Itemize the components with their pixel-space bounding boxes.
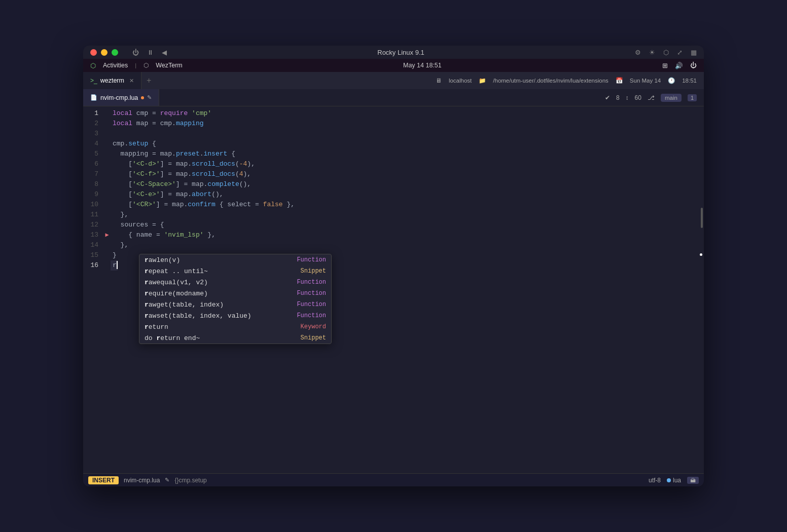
line-number-5: 5 [85, 149, 103, 159]
line-number-7: 7 [85, 169, 103, 179]
sys-icon3[interactable]: ⏻ [690, 62, 697, 69]
clock-icon: 🕐 [668, 77, 675, 84]
line-number-12: 12 [85, 220, 103, 230]
wezterm-menu[interactable]: WezTerm [156, 62, 183, 69]
code-line-1: 1 local cmp = require 'cmp' [83, 108, 704, 119]
traffic-lights [90, 49, 118, 56]
ac-label-repeat: repeat .. until~ [145, 268, 296, 275]
statusbar: INSERT nvim-cmp.lua ✎ {}cmp.setup utf-8 … [83, 473, 704, 486]
ac-type-do-return: Snippet [301, 334, 326, 341]
git-commits-count: 60 [635, 94, 641, 101]
code-line-3: 3 [83, 129, 704, 139]
ac-type-return: Keyword [301, 323, 326, 330]
line-number-13: 13 [85, 230, 103, 240]
power-icon[interactable]: ⏻ [132, 49, 139, 56]
line-number-16: 16 [85, 260, 103, 271]
activity-bar: ⬡ Activities | ⬡ WezTerm May 14 18:51 ⊞ … [83, 59, 704, 72]
back-icon[interactable]: ◀ [162, 49, 167, 56]
ac-item-repeat[interactable]: repeat .. until~ Snippet [139, 265, 331, 277]
ac-label-require: require(modname) [145, 290, 292, 297]
filetab-bar: 📄 nvim-cmp.lua ✎ ✔ 8 ↕ 60 ⎇ main 1 [83, 89, 704, 106]
macos-menubar: ⏻ ⏸ ◀ Rocky Linux 9.1 ⚙ ☀ ⬡ ⤢ ▦ [83, 46, 704, 59]
code-text-2: local map = cmp.mapping [111, 119, 204, 129]
tab-label: wezterm [100, 77, 124, 84]
window-title: Rocky Linux 9.1 [175, 49, 627, 56]
brightness-icon[interactable]: ☀ [649, 49, 655, 56]
ac-label-rawlen: rawlen(v) [145, 256, 292, 264]
ac-label-rawequal: rawequal(v1, v2) [145, 279, 292, 286]
path-label: /home/utm-user/.dotfiles/nvim/lua/extens… [493, 78, 609, 84]
scrollbar[interactable] [698, 106, 704, 473]
ac-item-return[interactable]: return Keyword [139, 321, 331, 332]
ac-item-rawset[interactable]: rawset(table, index, value) Function [139, 310, 331, 321]
statusbar-right: utf-8 lua 🏔 [649, 477, 699, 484]
line-number-3: 3 [85, 129, 103, 139]
scroll-dot [700, 253, 702, 256]
code-text-10: ['<CR>'] = map.confirm { select = false … [111, 200, 295, 210]
sys-icon1[interactable]: ⊞ [662, 62, 668, 69]
activities-menu[interactable]: Activities [103, 62, 128, 69]
folder-icon: 📁 [479, 77, 486, 84]
tab-close-button[interactable]: ✕ [129, 78, 134, 84]
wifi-icon[interactable]: ⬡ [663, 49, 669, 56]
line-number-10: 10 [85, 200, 103, 210]
calendar-icon: 📅 [616, 77, 623, 84]
autocomplete-dropdown[interactable]: rawlen(v) Function repeat .. until~ Snip… [139, 254, 332, 344]
host-icon: 🖥 [436, 78, 442, 84]
cast-icon[interactable]: ▦ [691, 49, 697, 56]
wezterm-logo: ⬡ [90, 62, 96, 69]
code-text-1: local cmp = require 'cmp' [111, 108, 211, 119]
maximize-button[interactable] [112, 49, 118, 56]
ac-type-rawget: Function [297, 301, 326, 308]
ac-label-rawset: rawset(table, index, value) [145, 312, 292, 320]
code-text-6: ['<C-d>'] = map.scroll_docs(-4), [111, 159, 255, 169]
ac-label-return: return [145, 323, 296, 331]
scrollbar-thumb[interactable] [701, 208, 703, 228]
file-tab-nvim-cmp[interactable]: 📄 nvim-cmp.lua ✎ [83, 89, 159, 106]
statusbar-filename: nvim-cmp.lua [124, 477, 160, 484]
code-text-8: ['<C-Space>'] = map.complete(), [111, 179, 251, 189]
sys-icon2[interactable]: 🔊 [675, 62, 683, 69]
ac-item-rawequal[interactable]: rawequal(v1, v2) Function [139, 277, 331, 288]
minimize-button[interactable] [101, 49, 108, 56]
line-marker-13: ▶ [103, 230, 111, 240]
git-icon: ↕ [626, 94, 629, 101]
tabbar-path-info: 🖥 localhost 📁 /home/utm-user/.dotfiles/n… [156, 72, 704, 89]
pause-icon[interactable]: ⏸ [147, 49, 154, 56]
line-number-2: 2 [85, 119, 103, 129]
host-label: localhost [449, 78, 472, 84]
lua-file-icon: 📄 [90, 94, 97, 101]
statusbar-edit-icon: ✎ [165, 477, 169, 483]
fullscreen-icon[interactable]: ⤢ [677, 49, 683, 56]
code-line-4: 4 cmp.setup { [83, 139, 704, 149]
file-tab-edit-icon: ✎ [147, 94, 152, 101]
ac-item-require[interactable]: require(modname) Function [139, 288, 331, 299]
settings-icon[interactable]: ⚙ [635, 49, 641, 56]
editor-area[interactable]: 1 local cmp = require 'cmp' 2 local map … [83, 106, 704, 473]
code-text-11: }, [111, 210, 128, 220]
rocky-badge: 🏔 [687, 477, 699, 484]
ac-type-rawequal: Function [297, 279, 326, 286]
ac-item-rawlen[interactable]: rawlen(v) Function [139, 254, 331, 265]
git-check-count: 8 [616, 94, 620, 101]
code-text-16: r [111, 260, 118, 271]
wezterm-logo2: ⬡ [144, 62, 149, 69]
ac-type-repeat: Snippet [301, 268, 326, 275]
close-button[interactable] [90, 49, 97, 56]
code-line-8: 8 ['<C-Space>'] = map.complete(), [83, 179, 704, 189]
code-line-7: 7 ['<C-f>'] = map.scroll_docs(4), [83, 169, 704, 179]
line-number-11: 11 [85, 210, 103, 220]
ac-item-do-return[interactable]: do return end~ Snippet [139, 332, 331, 344]
ac-type-require: Function [297, 290, 326, 297]
ac-label-do-return: do return end~ [145, 334, 296, 342]
code-line-6: 6 ['<C-d>'] = map.scroll_docs(-4), [83, 159, 704, 169]
editor-mode: INSERT [88, 476, 119, 484]
modified-indicator [141, 96, 144, 99]
tab-wezterm[interactable]: >_ wezterm ✕ [83, 72, 141, 89]
ac-item-rawget[interactable]: rawget(table, index) Function [139, 299, 331, 310]
line-number-4: 4 [85, 139, 103, 149]
code-line-11: 11 }, [83, 210, 704, 220]
tab-add-button[interactable]: + [141, 72, 156, 89]
tabbar: >_ wezterm ✕ + 🖥 localhost 📁 /home/utm-u… [83, 72, 704, 89]
filetab-right: ✔ 8 ↕ 60 ⎇ main 1 [159, 89, 704, 106]
